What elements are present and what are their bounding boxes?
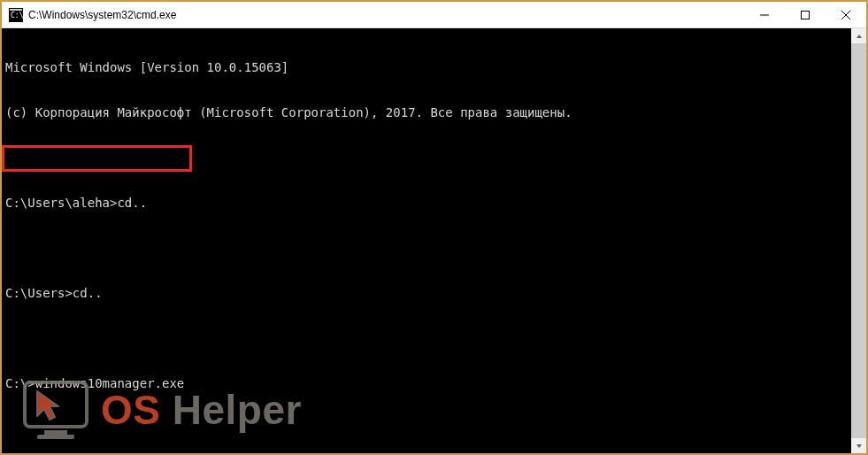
- svg-rect-8: [44, 430, 67, 435]
- window-title: C:\Windows\system32\cmd.exe: [28, 9, 744, 21]
- console-line: [5, 241, 863, 256]
- svg-rect-1: [10, 9, 22, 11]
- close-button[interactable]: [826, 2, 866, 27]
- console-line: (c) Корпорация Майкрософт (Microsoft Cor…: [5, 105, 863, 120]
- console-output[interactable]: Microsoft Windows [Version 10.0.15063] (…: [2, 28, 866, 453]
- scroll-down-button[interactable]: [851, 438, 866, 453]
- maximize-button[interactable]: [785, 2, 826, 27]
- svg-rect-4: [802, 11, 810, 19]
- cmd-icon: C:\: [9, 8, 23, 22]
- console-line: C:\Users>cd..: [5, 286, 863, 301]
- console-line: [5, 150, 863, 166]
- console-line: [5, 331, 863, 346]
- console-line: C:\Users\aleha>cd..: [5, 196, 863, 211]
- svg-text:C:\: C:\: [11, 12, 23, 19]
- window-controls: [744, 2, 866, 27]
- minimize-button[interactable]: [744, 2, 785, 27]
- console-line: Microsoft Windows [Version 10.0.15063]: [5, 60, 863, 75]
- titlebar: C:\ C:\Windows\system32\cmd.exe: [2, 2, 866, 28]
- watermark-text: OS Helper: [101, 403, 302, 418]
- scroll-thumb[interactable]: [851, 43, 866, 438]
- svg-rect-9: [37, 435, 74, 439]
- vertical-scrollbar[interactable]: [851, 28, 866, 453]
- cursor-monitor-icon: [21, 379, 90, 441]
- scroll-up-button[interactable]: [851, 28, 866, 43]
- watermark-logo: OS Helper: [21, 379, 302, 441]
- scroll-track[interactable]: [851, 43, 866, 438]
- cmd-window: C:\ C:\Windows\system32\cmd.exe Microsof…: [2, 2, 866, 453]
